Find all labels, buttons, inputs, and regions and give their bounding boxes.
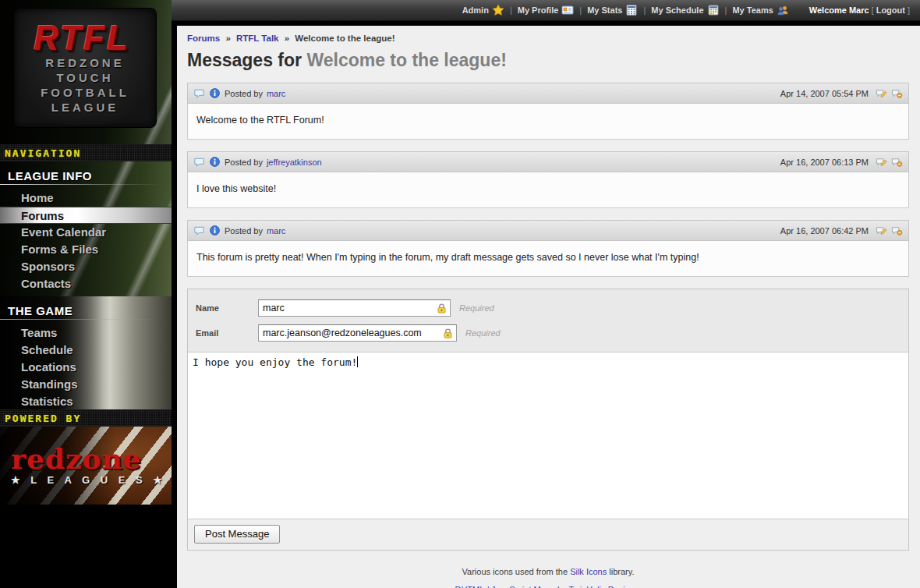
main-area: Admin | My Profile | My Stats | My Sched… xyxy=(172,0,920,588)
form-actions: Post Message xyxy=(188,519,908,550)
name-field[interactable] xyxy=(258,299,451,317)
forum-message: Posted by marc Apr 16, 2007 06:42 PM Thi… xyxy=(187,220,909,277)
comment-edit-icon[interactable] xyxy=(876,225,887,236)
footer-text: . xyxy=(639,585,641,588)
forum-message: Posted by marc Apr 14, 2007 05:54 PM Wel… xyxy=(187,83,909,140)
dhtml-menu-link[interactable]: DHTML / JavaScript Menu xyxy=(455,585,555,588)
page-title-prefix: Messages for xyxy=(187,50,306,70)
post-message-button[interactable]: Post Message xyxy=(194,525,280,544)
silk-icons-link[interactable]: Silk Icons xyxy=(570,567,607,576)
redzone-leagues-logo[interactable]: redzone ★ L E A G U E S ★ xyxy=(0,427,172,505)
topbar-item-admin[interactable]: Admin xyxy=(462,4,504,16)
sidebar: RTFL REDZONE TOUCH FOOTBALL LEAGUE NAVIG… xyxy=(0,0,172,588)
star-icon xyxy=(492,4,504,16)
email-label: Email xyxy=(196,328,258,338)
sidebar-item-event-calendar[interactable]: Event Calendar xyxy=(0,224,172,241)
posted-by-label: Posted by xyxy=(225,226,263,236)
topbar-item-my-schedule[interactable]: My Schedule xyxy=(651,4,719,16)
breadcrumb-separator: » xyxy=(285,34,289,43)
breadcrumb-current: Welcome to the league! xyxy=(295,34,395,43)
league-logo-section: RTFL REDZONE TOUCH FOOTBALL LEAGUE xyxy=(0,0,172,144)
comment-delete-icon[interactable] xyxy=(891,87,903,99)
logout-bracket: ] xyxy=(908,5,910,15)
message-author-link[interactable]: jeffreyatkinson xyxy=(267,158,322,167)
sidebar-item-schedule[interactable]: Schedule xyxy=(0,342,172,359)
message-date: Apr 16, 2007 06:42 PM xyxy=(780,226,869,236)
message-body: This forum is pretty neat! When I'm typi… xyxy=(187,241,909,277)
rtfl-logo: RTFL REDZONE TOUCH FOOTBALL LEAGUE xyxy=(14,9,156,127)
message-draft-text: I hope you enjoy the forum! xyxy=(193,356,357,368)
topbar-item-my-profile[interactable]: My Profile xyxy=(518,4,575,16)
topbar-separator: | xyxy=(725,5,727,15)
topbar-item-label: Admin xyxy=(462,5,489,15)
comment-delete-icon[interactable] xyxy=(891,225,903,236)
comment-edit-icon[interactable] xyxy=(876,87,887,99)
twinhelix-link[interactable]: TwinHelix Designs xyxy=(569,585,639,588)
group-icon xyxy=(777,4,789,16)
breadcrumb-link-forums[interactable]: Forums xyxy=(187,34,220,43)
breadcrumb-separator: » xyxy=(225,34,230,43)
sidebar-item-home[interactable]: Home xyxy=(0,190,172,207)
lock-icon xyxy=(436,303,448,314)
page-footer: Various icons used from the Silk Icons l… xyxy=(187,567,909,588)
text-caret xyxy=(357,356,358,367)
footer-text: Various icons used from the xyxy=(462,567,571,576)
message-body: Welcome to the RTFL Forum! xyxy=(187,104,909,140)
logout-link[interactable]: Logout xyxy=(876,5,905,15)
comment-icon xyxy=(193,156,205,168)
topbar-item-my-stats[interactable]: My Stats xyxy=(587,4,638,16)
sidebar-item-contacts[interactable]: Contacts xyxy=(0,275,172,292)
sidebar-item-forms-files[interactable]: Forms & Files xyxy=(0,241,172,258)
navigation-led-bar: NAVIGATION xyxy=(0,144,172,161)
topbar-item-label: My Profile xyxy=(518,5,559,15)
comment-delete-icon[interactable] xyxy=(891,156,903,168)
breadcrumb-link-rtfl-talk[interactable]: RTFL Talk xyxy=(236,34,279,43)
logout-bracket: [ xyxy=(872,5,874,15)
section-title-the-game: THE GAME xyxy=(0,296,172,320)
sidebar-item-locations[interactable]: Locations xyxy=(0,359,172,376)
message-date: Apr 14, 2007 05:54 PM xyxy=(780,89,869,98)
comment-icon xyxy=(193,225,205,236)
page-title: Messages for Welcome to the league! xyxy=(187,50,909,71)
posted-by-label: Posted by xyxy=(225,89,263,98)
topbar-separator: | xyxy=(579,5,582,15)
message-author-link[interactable]: marc xyxy=(267,226,285,236)
powered-by-led-bar: POWERED BY xyxy=(0,409,172,427)
redzone-logo-sub: ★ L E A G U E S ★ xyxy=(11,474,172,486)
message-textarea[interactable]: I hope you enjoy the forum! xyxy=(188,352,908,519)
topbar-item-label: My Teams xyxy=(732,5,773,15)
topbar-item-label: My Stats xyxy=(587,5,622,15)
sidebar-item-teams[interactable]: Teams xyxy=(0,324,172,342)
rtfl-logo-title: RTFL xyxy=(34,21,136,55)
topbar-separator: | xyxy=(643,5,646,15)
information-icon[interactable] xyxy=(209,87,221,99)
rtfl-logo-line: REDZONE xyxy=(45,55,124,70)
rtfl-logo-line: LEAGUE xyxy=(51,100,119,115)
topbar-separator: | xyxy=(510,5,512,15)
message-author-link[interactable]: marc xyxy=(267,89,285,98)
rtfl-logo-line: TOUCH xyxy=(56,70,113,85)
lock-icon xyxy=(442,328,454,339)
breadcrumb: Forums » RTFL Talk » Welcome to the leag… xyxy=(187,34,909,43)
comment-edit-icon[interactable] xyxy=(876,156,887,168)
forum-message: Posted by jeffreyatkinson Apr 16, 2007 0… xyxy=(187,151,909,208)
sidebar-item-standings[interactable]: Standings xyxy=(0,376,172,393)
email-field[interactable] xyxy=(258,324,457,342)
sidebar-filler xyxy=(0,505,172,588)
the-game-section: THE GAME Teams Schedule Locations Standi… xyxy=(0,296,172,409)
information-icon[interactable] xyxy=(209,225,221,236)
posted-by-label: Posted by xyxy=(225,158,263,167)
footer-menu-credit: DHTML / JavaScript Menu by TwinHelix Des… xyxy=(187,585,909,588)
form-fields: Name Required Email Required xyxy=(188,289,908,352)
rtfl-logo-line: FOOTBALL xyxy=(41,85,129,100)
sidebar-item-forums[interactable]: Forums xyxy=(0,207,172,224)
sidebar-item-statistics[interactable]: Statistics xyxy=(0,393,172,410)
topbar-item-my-teams[interactable]: My Teams xyxy=(732,4,788,16)
stats-table-icon xyxy=(625,4,638,16)
page-title-topic: Welcome to the league! xyxy=(306,50,506,70)
sidebar-item-sponsors[interactable]: Sponsors xyxy=(0,258,172,275)
information-icon[interactable] xyxy=(209,156,221,168)
topbar-item-label: My Schedule xyxy=(651,5,703,15)
footer-text: library. xyxy=(607,567,634,576)
message-date: Apr 16, 2007 06:13 PM xyxy=(780,158,869,167)
